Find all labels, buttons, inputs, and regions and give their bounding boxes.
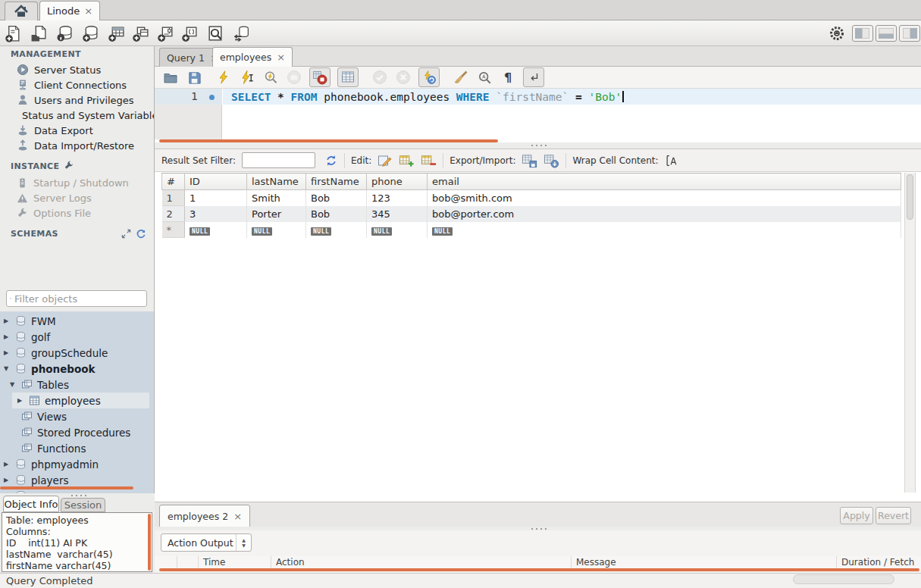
limit-rows-button[interactable] xyxy=(337,67,359,87)
result-row[interactable]: 1 1 Smith Bob 123 bob@smith.com xyxy=(162,190,901,206)
toggle-autocommit-button[interactable] xyxy=(418,67,440,87)
toggle-bottom-panel-button[interactable] xyxy=(876,25,897,42)
cell[interactable]: Smith xyxy=(247,190,306,206)
expand-arrow-icon[interactable]: ▶ xyxy=(4,461,11,468)
home-tab[interactable] xyxy=(5,2,38,20)
search-data-button[interactable] xyxy=(205,23,226,43)
sidebar-item-users-privileges[interactable]: Users and Privileges xyxy=(0,92,155,108)
export-recordset-icon[interactable] xyxy=(522,153,537,168)
refresh-schemas-icon[interactable] xyxy=(136,229,146,239)
connection-tab[interactable]: Linode × xyxy=(39,1,100,20)
sql-code-line[interactable]: SELECT * FROM phonebook.employees WHERE … xyxy=(223,89,921,105)
cell[interactable]: Bob xyxy=(306,190,367,206)
revert-button[interactable]: Revert xyxy=(876,507,911,524)
expand-arrow-icon[interactable]: ▶ xyxy=(17,397,24,404)
cell[interactable]: Porter xyxy=(247,206,306,222)
toggle-right-panel-button[interactable] xyxy=(899,25,920,42)
tree-node-schema[interactable]: ▶ players xyxy=(4,472,68,488)
create-schema-button[interactable] xyxy=(80,23,101,43)
tab-result-employees-2[interactable]: employees 2 × xyxy=(159,505,250,527)
sidebar-item-options-file[interactable]: Options File xyxy=(0,205,155,220)
tree-node-schema[interactable]: ▶ phpmyadmin xyxy=(4,456,99,472)
cell-null[interactable]: NULL xyxy=(247,222,306,238)
wrap-cell-content-icon[interactable] xyxy=(665,154,678,167)
column-header-phone[interactable]: phone xyxy=(367,174,428,190)
sidebar-item-startup-shutdown[interactable]: Startup / Shutdown xyxy=(0,175,155,190)
cell-null[interactable]: NULL xyxy=(428,222,901,238)
tree-node-schema[interactable]: ▶ groupSchedule xyxy=(4,345,108,361)
column-header-rownum[interactable]: # xyxy=(162,174,185,190)
sidebar-item-status-system-variables[interactable]: Status and System Variables xyxy=(0,108,155,123)
create-function-button[interactable] xyxy=(180,23,200,43)
close-result-tab-icon[interactable]: × xyxy=(233,511,242,521)
save-script-button[interactable] xyxy=(186,69,202,86)
tab-object-info[interactable]: Object Info xyxy=(3,496,59,512)
inspect-database-button[interactable] xyxy=(55,23,75,43)
sidebar-horizontal-scrollbar[interactable] xyxy=(0,486,133,489)
cell[interactable]: bob@smith.com xyxy=(428,190,901,206)
refresh-result-icon[interactable] xyxy=(324,154,338,167)
find-panel-button[interactable] xyxy=(476,69,493,86)
panel-resize-grip[interactable] xyxy=(70,494,86,497)
reconnect-dbms-button[interactable] xyxy=(231,23,252,43)
sidebar-item-server-logs[interactable]: Server Logs xyxy=(0,190,155,205)
close-tab-icon[interactable]: × xyxy=(277,52,285,62)
result-filter-input[interactable] xyxy=(242,152,315,168)
tree-node-schema[interactable]: ▶ golf xyxy=(4,329,50,345)
expand-arrow-icon[interactable]: ▶ xyxy=(4,477,11,483)
tree-node-stored-procedures-folder[interactable]: Stored Procedures xyxy=(21,424,130,440)
sidebar-item-server-status[interactable]: Server Status xyxy=(0,62,155,77)
expand-schemas-icon[interactable] xyxy=(121,229,131,239)
sidebar-item-client-connections[interactable]: Client Connections xyxy=(0,77,155,92)
cell[interactable]: 3 xyxy=(185,206,247,222)
cell[interactable]: 345 xyxy=(367,206,428,222)
cell[interactable]: Bob xyxy=(306,206,367,222)
sql-editor[interactable]: 1 SELECT * FROM phonebook.employees WHER… xyxy=(155,89,921,139)
schema-filter-field[interactable] xyxy=(6,290,147,307)
insert-row-icon[interactable] xyxy=(399,153,415,168)
cell[interactable]: 1 xyxy=(185,190,247,206)
tab-session[interactable]: Session xyxy=(61,498,105,512)
result-vertical-scrollbar[interactable] xyxy=(904,173,916,493)
column-header-id[interactable]: ID xyxy=(185,174,247,190)
sidebar-item-data-import[interactable]: Data Import/Restore xyxy=(0,138,155,153)
close-connection-tab-icon[interactable]: × xyxy=(84,6,92,16)
cell[interactable]: bob@porter.com xyxy=(428,206,901,222)
expand-arrow-icon[interactable]: ▶ xyxy=(4,333,11,340)
stepper-up-icon[interactable]: ▲ xyxy=(242,537,246,543)
collapse-arrow-icon[interactable]: ▼ xyxy=(4,365,11,372)
column-header-lastname[interactable]: lastName xyxy=(247,174,306,190)
cell-null[interactable]: NULL xyxy=(306,222,367,238)
beautify-script-button[interactable] xyxy=(453,69,469,86)
tree-node-schema-phonebook[interactable]: ▼ phonebook xyxy=(4,361,96,377)
output-horizontal-scrollbar[interactable] xyxy=(159,568,919,571)
sidebar-item-data-export[interactable]: Data Export xyxy=(0,123,155,138)
column-header-firstname[interactable]: firstName xyxy=(306,174,367,190)
collapse-arrow-icon[interactable]: ▼ xyxy=(10,381,17,388)
apply-button[interactable]: Apply xyxy=(840,507,873,524)
show-invisibles-button[interactable]: ¶ xyxy=(500,69,516,86)
expand-arrow-icon[interactable]: ▶ xyxy=(4,349,11,356)
explain-plan-button[interactable] xyxy=(262,69,279,86)
create-stored-procedure-button[interactable] xyxy=(155,23,176,43)
delete-row-icon[interactable] xyxy=(421,153,437,168)
tree-node-table-employees[interactable]: ▶ employees xyxy=(17,393,101,408)
create-table-button[interactable] xyxy=(106,23,127,43)
new-sql-document-button[interactable] xyxy=(3,23,23,43)
toggle-word-wrap-button[interactable] xyxy=(523,67,544,87)
toggle-left-panel-button[interactable] xyxy=(852,25,873,42)
editor-result-splitter[interactable] xyxy=(155,142,921,149)
tree-node-tables-folder[interactable]: ▼ Tables xyxy=(10,377,69,393)
open-script-button[interactable] xyxy=(162,69,179,86)
edit-record-icon[interactable] xyxy=(377,153,393,168)
open-sql-script-button[interactable] xyxy=(29,23,49,43)
horizontal-scrollbar-thumb[interactable] xyxy=(793,574,894,584)
cell[interactable]: 123 xyxy=(367,190,428,206)
create-view-button[interactable] xyxy=(130,23,151,43)
tree-node-functions-folder[interactable]: Functions xyxy=(21,440,86,456)
tab-employees[interactable]: employees × xyxy=(212,47,293,67)
cell-null[interactable]: NULL xyxy=(185,222,247,238)
output-selector-stepper[interactable]: ▲ ▼ xyxy=(236,534,251,551)
output-selector[interactable]: Action Output ▲ ▼ xyxy=(161,533,252,552)
execute-current-statement-button[interactable] xyxy=(239,69,255,86)
